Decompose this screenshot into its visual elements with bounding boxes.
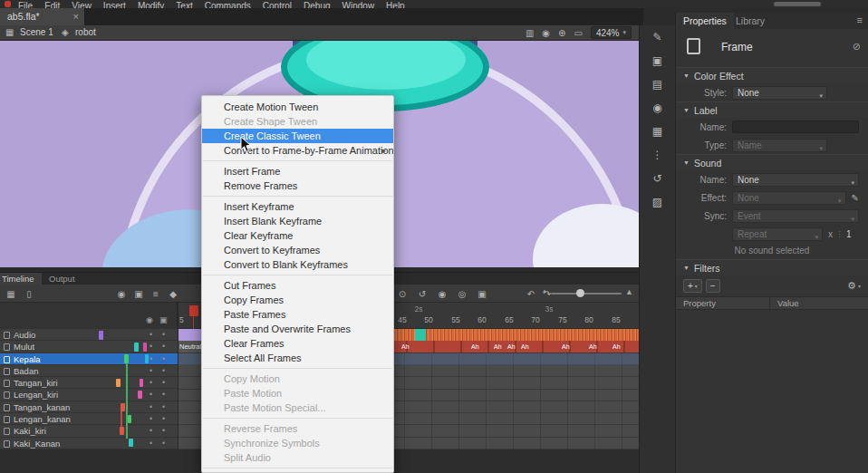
layer-visibility-dot[interactable]: • — [149, 401, 152, 413]
context-menu-item[interactable]: Split Audio ▸ — [202, 450, 393, 465]
section-label[interactable]: ▼ Label — [676, 101, 868, 118]
context-menu-item[interactable]: Create Classic Tween ▸ — [202, 129, 393, 143]
layer-lock-dot[interactable]: • — [162, 389, 165, 401]
layer-row[interactable]: Lengan_kanan • • — [0, 413, 178, 425]
layer-lock-dot[interactable]: • — [162, 377, 165, 389]
lock-icon[interactable]: ▣ — [159, 315, 168, 324]
context-menu-item[interactable]: Clear Keyframe ▸ — [202, 228, 393, 243]
context-menu-item[interactable]: Copy Motion ▸ — [202, 372, 393, 386]
context-menu-item[interactable]: Paste and Overwrite Frames ▸ — [202, 322, 393, 336]
context-menu-item[interactable]: Create Motion Tween ▸ — [202, 100, 393, 114]
layer-row[interactable]: Kaki_Kanan • • — [0, 438, 178, 449]
onion-skin-icon[interactable]: ◉ — [435, 289, 449, 299]
history-panel-icon[interactable]: ↺ — [648, 172, 668, 185]
context-menu-item[interactable]: Convert to Keyframes ▸ — [202, 243, 393, 257]
menu-item[interactable]: Modify — [138, 1, 164, 8]
context-menu-item[interactable]: Paste Frames ▸ — [202, 307, 393, 322]
layer-lock-dot[interactable]: • — [162, 353, 165, 365]
context-menu-item[interactable]: ▸ — [203, 418, 392, 419]
remove-filter-button[interactable]: − — [706, 279, 720, 293]
panel-menu-icon[interactable]: ≡ — [857, 14, 863, 25]
layer-row[interactable]: Audio • • — [0, 329, 178, 341]
step-back-icon[interactable]: ↶ — [524, 289, 538, 299]
menu-item[interactable]: File — [18, 1, 33, 8]
context-menu-item[interactable]: Create Shape Tween ▸ — [202, 114, 393, 129]
context-menu-item[interactable]: Copy Frames ▸ — [202, 293, 393, 307]
layer-row[interactable]: Lengan_kiri • • — [0, 389, 178, 401]
menu-item[interactable]: Help — [386, 1, 405, 8]
brush-panel-icon[interactable]: ✎ — [648, 31, 668, 43]
context-menu-item[interactable]: Insert Frame ▸ — [202, 164, 393, 179]
breadcrumb-symbol[interactable]: robot — [75, 27, 96, 37]
layer-row[interactable]: Kaki_kiri • • — [0, 425, 178, 437]
section-filters[interactable]: ▼ Filters — [676, 259, 868, 275]
context-menu-item[interactable]: Synchronize Symbols ▸ — [202, 436, 393, 450]
context-menu-item[interactable]: Paste Motion ▸ — [202, 386, 393, 401]
context-menu-item[interactable]: Convert to Frame-by-Frame Animation ▸ — [202, 143, 393, 158]
layer-visibility-dot[interactable]: • — [149, 389, 152, 401]
delete-layer-icon[interactable]: ▯ — [22, 289, 36, 299]
menu-item[interactable]: Text — [176, 1, 192, 8]
layer-visibility-dot[interactable]: • — [149, 377, 152, 389]
context-menu-item[interactable]: ▸ — [203, 468, 392, 468]
sound-name-select[interactable]: None ▾ — [732, 173, 859, 187]
layer-row[interactable]: Badan • • — [0, 365, 178, 377]
context-menu-item[interactable]: Insert Keyframe ▸ — [202, 199, 393, 214]
frame-options-icon[interactable]: ⊘ — [853, 41, 861, 53]
breadcrumb-scene[interactable]: Scene 1 — [20, 27, 53, 37]
context-menu-item[interactable]: ▸ — [203, 196, 392, 197]
section-sound[interactable]: ▼ Sound — [676, 154, 868, 170]
context-menu-item[interactable]: Remove Frames ▸ — [202, 179, 393, 193]
layer-lock-dot[interactable]: • — [162, 365, 165, 377]
layer-lock-dot[interactable]: • — [162, 413, 165, 425]
frame-panel-icon[interactable]: ▣ — [648, 54, 668, 67]
context-menu-item[interactable]: Clear Frames ▸ — [202, 336, 393, 351]
sound-repeat-select[interactable]: Repeat ▾ — [732, 227, 823, 241]
layer-depth-icon[interactable]: ◆ — [166, 289, 180, 299]
menu-item[interactable]: Control — [263, 1, 292, 8]
section-color-effect[interactable]: ▼ Color Effect — [676, 67, 868, 83]
menu-item[interactable]: Edit — [44, 1, 60, 8]
workspace-switcher[interactable] — [774, 2, 821, 6]
layer-row[interactable]: Tangan_kiri • • — [0, 377, 178, 389]
layer-lock-dot[interactable]: • — [162, 438, 165, 449]
align-panel-icon[interactable]: ▤ — [648, 78, 668, 91]
context-menu-item[interactable]: Insert Blank Keyframe ▸ — [202, 214, 393, 228]
zoom-in-frames-icon[interactable]: ▲ — [625, 287, 633, 296]
swatches-panel-icon[interactable]: ▦ — [648, 125, 668, 138]
menu-item[interactable]: View — [72, 1, 92, 8]
add-filter-button[interactable]: + ▾ — [683, 279, 702, 293]
parent-view-icon[interactable]: ≡ — [149, 289, 163, 299]
clip-icon[interactable]: ▥ — [526, 28, 534, 38]
context-menu-item[interactable]: Convert to Blank Keyframes ▸ — [202, 257, 393, 272]
label-name-input[interactable] — [732, 121, 859, 133]
menu-item[interactable]: Insert — [103, 1, 126, 8]
tab-timeline[interactable]: Timeline — [0, 273, 42, 285]
layer-lock-dot[interactable]: • — [162, 425, 165, 437]
tab-properties[interactable]: Properties — [676, 13, 734, 29]
info-panel-icon[interactable]: ◉ — [648, 101, 668, 114]
layer-row[interactable]: Tangan_kanan • • — [0, 401, 178, 413]
loop-icon[interactable]: ↺ — [415, 289, 429, 299]
style-select[interactable]: None ▾ — [732, 86, 827, 100]
repeat-count-value[interactable]: 1 — [846, 229, 852, 239]
layer-lock-dot[interactable]: • — [162, 329, 165, 341]
playhead[interactable] — [189, 305, 198, 316]
sound-sync-select[interactable]: Event ▾ — [732, 209, 859, 223]
fill-icon[interactable]: ◉ — [542, 28, 550, 38]
close-tab-icon[interactable]: × — [73, 8, 79, 25]
layer-visibility-dot[interactable]: • — [149, 365, 152, 377]
menu-item[interactable]: Window — [342, 1, 375, 8]
layer-visibility-dot[interactable]: • — [149, 341, 152, 352]
layer-visibility-dot[interactable]: • — [149, 413, 152, 425]
eye-icon[interactable]: ◉ — [146, 315, 153, 324]
layer-row[interactable]: Mulut • • — [0, 341, 178, 352]
zoom-level-select[interactable]: 424% ▾ — [591, 26, 632, 39]
edit-multiple-frames-icon[interactable]: ▣ — [475, 289, 489, 299]
layer-visibility-dot[interactable]: • — [149, 438, 152, 449]
sound-effect-select[interactable]: None ▾ — [732, 191, 846, 205]
context-menu-item[interactable]: Select All Frames ▸ — [202, 351, 393, 365]
context-menu-item[interactable]: ▸ — [203, 368, 392, 369]
timeline-zoom-slider[interactable] — [551, 293, 622, 294]
context-menu-item[interactable]: ▸ — [203, 160, 392, 161]
